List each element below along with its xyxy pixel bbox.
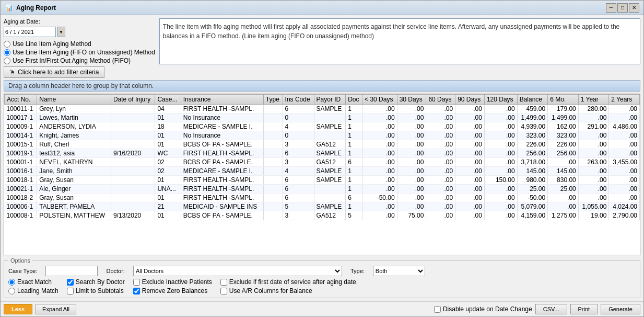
table-row[interactable]: 100019-1test312, asia9/16/2020WCFIRST HE…: [5, 149, 640, 158]
table-cell: 25.00: [517, 185, 548, 194]
col-lt30[interactable]: < 30 Days: [362, 95, 397, 105]
table-cell: [263, 149, 283, 158]
doctor-select[interactable]: All Doctors: [133, 266, 342, 276]
table-cell: .00: [426, 122, 455, 131]
col-payor-id[interactable]: Payor ID: [314, 95, 346, 105]
maximize-button[interactable]: □: [617, 3, 628, 13]
less-button[interactable]: Less: [4, 304, 32, 314]
case-type-label: Case Type:: [8, 268, 37, 274]
col-doc[interactable]: Doc: [346, 95, 362, 105]
date-dropdown-button[interactable]: ▼: [57, 27, 65, 37]
col-acct-no[interactable]: Acct No.: [5, 95, 37, 105]
disable-update-item: Disable update on Date Change: [434, 305, 532, 313]
bottom-bar: Less Expand All Disable update on Date C…: [1, 301, 643, 316]
table-cell: 1: [346, 202, 362, 211]
expand-all-button[interactable]: Expand All: [36, 304, 76, 314]
table-row[interactable]: 100006-1TALBERT, PAMELA21MEDICAID - SAMP…: [5, 202, 640, 211]
table-cell: [263, 131, 283, 140]
table-cell: .00: [397, 185, 426, 194]
minimize-button[interactable]: ─: [606, 3, 616, 13]
col-ins-code[interactable]: Ins Code: [283, 95, 314, 105]
table-row[interactable]: 100018-2Gray, Susan01FIRST HEALTH -SAMPL…: [5, 194, 640, 202]
table-cell: 226.00: [517, 140, 548, 149]
radio-first-in-out-input[interactable]: [4, 58, 10, 64]
limit-subtotals-checkbox[interactable]: [67, 288, 74, 295]
csv-button[interactable]: CSV...: [535, 304, 567, 314]
table-cell: .00: [455, 122, 485, 131]
col-60[interactable]: 60 Days: [426, 95, 455, 105]
filter-btn-label: Click here to add filter criteria: [18, 69, 99, 76]
table-row[interactable]: 100017-1Lowes, Martin01No Insurance01.00…: [5, 114, 640, 122]
case-type-input[interactable]: [45, 266, 98, 276]
top-section: Aging at Date: ▼ Use Line Item Aging Met…: [4, 18, 640, 64]
close-button[interactable]: ✕: [629, 3, 639, 13]
table-cell: 04: [155, 105, 181, 114]
table-cell: 21: [155, 202, 181, 211]
table-row[interactable]: 100021-1Ale, GingerUNA...FIRST HEALTH -S…: [5, 185, 640, 194]
table-cell: 100011-1: [5, 105, 37, 114]
col-2yr[interactable]: 2 Years: [609, 95, 640, 105]
exclude-first-date-checkbox[interactable]: [220, 279, 227, 286]
table-cell: 100019-1: [5, 149, 37, 158]
col-1yr[interactable]: 1 Year: [578, 95, 609, 105]
aging-date-input[interactable]: [4, 27, 56, 37]
table-row[interactable]: 100015-1Ruff, Cherl01BCBS OF PA - SAMPLE…: [5, 140, 640, 149]
exact-match-radio[interactable]: [8, 279, 15, 286]
table-cell: .00: [397, 140, 426, 149]
radio-line-item-input[interactable]: [4, 41, 10, 48]
col-6mo[interactable]: 6 Mo.: [548, 95, 579, 105]
table-cell: 145.00: [548, 167, 579, 176]
table-cell: .00: [362, 105, 397, 114]
radio-first-in-out-label: Use First In/First Out Aging Method (FIF…: [13, 57, 131, 64]
col-doi[interactable]: Date of Injury: [111, 95, 155, 105]
table-cell: SAMPLE: [314, 176, 346, 185]
col-name[interactable]: Name: [37, 95, 111, 105]
radio-fifo-unassigned-input[interactable]: [4, 49, 10, 56]
col-type[interactable]: Type: [263, 95, 283, 105]
table-row[interactable]: 100018-1Gray, Susan01FIRST HEALTH -SAMPL…: [5, 176, 640, 185]
limit-subtotals-item: Limit to Subtotals: [67, 287, 125, 295]
table-cell: 4,159.00: [517, 211, 548, 220]
col-insurance[interactable]: Insurance: [181, 95, 263, 105]
leading-match-radio[interactable]: [8, 288, 15, 295]
table-cell: Ruff, Cherl: [37, 140, 111, 149]
col-30[interactable]: 30 Days: [397, 95, 426, 105]
table-row[interactable]: 100014-1Knight, James01No Insurance01.00…: [5, 131, 640, 140]
table-cell: [111, 105, 155, 114]
remove-zero-checkbox[interactable]: [133, 288, 140, 295]
col-case[interactable]: Case...: [155, 95, 181, 105]
use-ar-cols-checkbox[interactable]: [220, 288, 227, 295]
table-cell: 459.00: [517, 105, 548, 114]
table-row[interactable]: 100011-1Grey, Lyn04FIRST HEALTH -SAMPL.6…: [5, 105, 640, 114]
type-select[interactable]: Both Patient Insurance: [373, 266, 425, 276]
col-90[interactable]: 90 Days: [455, 95, 485, 105]
table-cell: 830.00: [548, 176, 579, 185]
table-cell: 6: [283, 185, 314, 194]
table-row[interactable]: 100016-1Jane, Smith02MEDICARE - SAMPLE I…: [5, 167, 640, 176]
search-by-doctor-checkbox[interactable]: [67, 279, 74, 286]
filter-criteria-button[interactable]: 🖱 Click here to add filter criteria: [4, 66, 104, 78]
table-cell: [263, 211, 283, 220]
table-cell: 2,790.00: [609, 211, 640, 220]
table-cell: Ale, Ginger: [37, 185, 111, 194]
table-row[interactable]: 100009-1ANDERSON, LYDIA18MEDICARE - SAMP…: [5, 122, 640, 131]
table-cell: .00: [362, 114, 397, 122]
print-button[interactable]: Print: [570, 304, 598, 314]
table-cell: 1: [346, 114, 362, 122]
table-header-row: Acct No. Name Date of Injury Case... Ins…: [5, 95, 640, 105]
radio-first-in-out: Use First In/First Out Aging Method (FIF…: [4, 57, 155, 64]
table-cell: .00: [548, 158, 579, 167]
col-balance[interactable]: Balance: [517, 95, 548, 105]
leading-match-label: Leading Match: [17, 287, 58, 295]
exclude-inactive-checkbox[interactable]: [133, 279, 140, 286]
table-cell: SAMPLE: [314, 122, 346, 131]
disable-update-checkbox[interactable]: [434, 306, 441, 313]
table-cell: 25.00: [548, 185, 579, 194]
aging-table-container[interactable]: Acct No. Name Date of Injury Case... Ins…: [4, 94, 640, 255]
table-row[interactable]: 100008-1POLSTEIN, MATTHEW9/13/202001BCBS…: [5, 211, 640, 220]
generate-button[interactable]: Generate: [601, 304, 640, 314]
col-120[interactable]: 120 Days: [484, 95, 517, 105]
table-cell: 01: [155, 131, 181, 140]
table-row[interactable]: 100001-1NEVEL, KATHRYN02BCBS OF PA - SAM…: [5, 158, 640, 167]
table-cell: 19.00: [578, 211, 609, 220]
